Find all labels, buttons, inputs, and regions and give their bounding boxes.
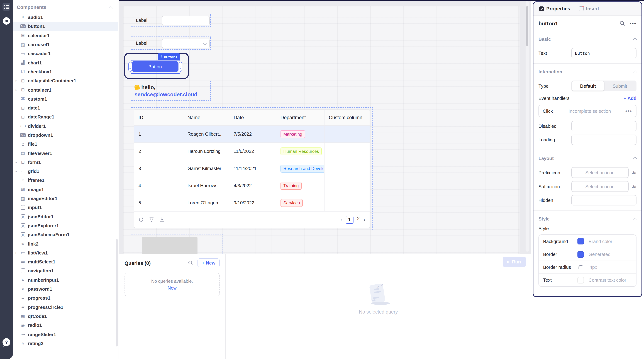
sidebar-item-link2[interactable]: ∞link2	[13, 239, 118, 248]
new-query-link[interactable]: New	[168, 285, 176, 290]
collapse-chevron-icon[interactable]	[109, 6, 113, 10]
suffix-icon-select-button[interactable]: Select an icon	[571, 181, 628, 192]
selected-component-outline[interactable]: ⠿ button1 Button	[124, 53, 189, 79]
sidebar-item-image1[interactable]: ▨image1	[13, 185, 118, 194]
table-column-header[interactable]: Custom column...	[324, 110, 370, 125]
input-component[interactable]: Label	[130, 14, 211, 27]
table-column-header[interactable]: Date	[229, 110, 276, 125]
sidebar-item-cascader1[interactable]: ≕cascader1	[13, 49, 118, 58]
style-row-background[interactable]: BackgroundBrand color	[539, 235, 636, 248]
refresh-icon[interactable]	[138, 217, 144, 222]
sidebar-item-progressCircle1[interactable]: ▰progressCircle1	[13, 303, 118, 312]
tab-insert[interactable]: Insert	[579, 2, 599, 16]
sidebar-item-listView1[interactable]: ▸≔listView1	[13, 248, 118, 257]
type-option-default[interactable]: Default	[572, 81, 604, 91]
tab-properties[interactable]: Properties	[539, 2, 570, 16]
sidebar-item-rating2[interactable]: ☆rating2	[13, 339, 118, 348]
js-toggle-icon[interactable]: Js	[632, 170, 636, 175]
sidebar-item-chart1[interactable]: ▟chart1	[13, 58, 118, 67]
table-column-header[interactable]: Name	[183, 110, 229, 125]
sidebar-item-container1[interactable]: ▸⊞container1	[13, 85, 118, 95]
sidebar-item-file1[interactable]: ↥file1	[13, 140, 118, 149]
disabled-input[interactable]	[571, 121, 636, 131]
more-menu-icon[interactable]: •••	[630, 21, 636, 26]
settings-hexagon-icon[interactable]	[3, 17, 10, 25]
table-row[interactable]: 5Loren O'Lagen9/10/2022Services	[134, 194, 370, 212]
table-column-header[interactable]: Department	[276, 110, 324, 125]
sidebar-item-audio1[interactable]: ıılıaudio1	[13, 13, 118, 22]
search-icon[interactable]	[188, 260, 193, 266]
sidebar-item-button1[interactable]: Btnbutton1	[13, 22, 118, 31]
type-option-submit[interactable]: Submit	[604, 81, 636, 91]
expand-caret-icon[interactable]: ▸	[15, 170, 18, 173]
placeholder-component[interactable]	[130, 234, 223, 254]
section-collapse-icon[interactable]	[633, 38, 637, 42]
select-component-field[interactable]	[162, 39, 210, 48]
sidebar-item-custom1[interactable]: ⌘custom1	[13, 94, 118, 103]
run-button[interactable]: Run	[502, 257, 526, 267]
add-event-handler-button[interactable]: + Add	[624, 96, 636, 101]
sidebar-item-calendar1[interactable]: ⊟calendar1	[13, 31, 118, 40]
sidebar-item-qrCode1[interactable]: ▩qrCode1	[13, 312, 118, 321]
filter-icon[interactable]	[149, 217, 154, 222]
sidebar-item-input1[interactable]: Tinput1	[13, 203, 118, 212]
sidebar-item-jsonEditor1[interactable]: {}jsonEditor1	[13, 212, 118, 221]
js-toggle-icon[interactable]: Js	[632, 184, 636, 189]
canvas-button[interactable]: Button	[132, 61, 178, 72]
expand-caret-icon[interactable]: ▸	[15, 161, 18, 164]
sidebar-item-jsonSchemaForm1[interactable]: {}jsonSchemaForm1	[13, 230, 118, 239]
sidebar-item-rangeSlider1[interactable]: ⊶rangeSlider1	[13, 330, 118, 339]
help-icon[interactable]: ?	[2, 338, 10, 346]
sidebar-item-imageEditor1[interactable]: ▨imageEditor1	[13, 194, 118, 203]
style-row-border[interactable]: BorderGenerated	[539, 248, 636, 261]
download-icon[interactable]	[159, 217, 164, 222]
search-icon[interactable]	[619, 21, 625, 26]
sidebar-item-progress1[interactable]: ▰progress1	[13, 293, 118, 303]
hidden-input[interactable]	[571, 195, 636, 205]
section-collapse-icon[interactable]	[633, 70, 637, 75]
expand-caret-icon[interactable]: ▸	[15, 251, 18, 254]
page-number-1[interactable]: 1	[346, 216, 353, 223]
component-tree-toggle-icon[interactable]	[2, 3, 10, 11]
section-collapse-icon[interactable]	[633, 157, 637, 161]
event-menu-icon[interactable]: •••	[626, 108, 632, 114]
event-handler-row[interactable]: Click Incomplete selection •••	[538, 105, 636, 117]
table-row[interactable]: 2Haroun Lortzing11/6/2022Human Resources	[134, 143, 370, 160]
expand-caret-icon[interactable]: ▸	[15, 79, 18, 82]
sidebar-item-form1[interactable]: ▸⊡form1	[13, 158, 118, 167]
input-component-field[interactable]	[162, 16, 210, 26]
text-component[interactable]: hello, service@lowcoder.cloud	[130, 81, 211, 101]
sidebar-item-grid1[interactable]: ▸≔grid1	[13, 167, 118, 176]
sidebar-item-jsonExplorer1[interactable]: {}jsonExplorer1	[13, 221, 118, 230]
sidebar-item-password1[interactable]: ℘password1	[13, 284, 118, 294]
select-component[interactable]: Label	[130, 37, 211, 50]
canvas-scrollbar-thumb[interactable]	[526, 6, 528, 46]
resize-handle-right[interactable]	[178, 62, 182, 72]
sidebar-item-dateRange1[interactable]: ⊟dateRange1	[13, 113, 118, 122]
table-component[interactable]: IDNameDateDepartmentCustom column... 1Re…	[130, 107, 373, 230]
sidebar-item-checkbox1[interactable]: ☑checkbox1	[13, 67, 118, 76]
component-name-tag[interactable]: ⠿ button1	[158, 53, 180, 60]
page-next-icon[interactable]: ›	[363, 217, 365, 222]
sidebar-item-dropdown1[interactable]: Btndropdown1	[13, 131, 118, 140]
style-row-border-radius[interactable]: Border radius4px	[539, 261, 636, 273]
sidebar-scrollbar[interactable]	[116, 239, 118, 346]
greeting-email-link[interactable]: service@lowcoder.cloud	[134, 91, 207, 98]
sidebar-item-collapsibleContainer1[interactable]: ▸⊞collapsibleContainer1	[13, 76, 118, 85]
table-row[interactable]: 4Israel Harrows...4/3/2022Training	[134, 177, 370, 194]
sidebar-item-date1[interactable]: ⊟date1	[13, 103, 118, 113]
color-swatch[interactable]	[578, 277, 584, 283]
color-swatch[interactable]	[578, 238, 584, 244]
section-collapse-icon[interactable]	[633, 217, 637, 222]
button-text-input[interactable]	[571, 48, 636, 58]
sidebar-item-iframe1[interactable]: ‹/›iframe1	[13, 176, 118, 185]
loading-input[interactable]	[571, 135, 636, 145]
new-query-button[interactable]: + New	[198, 258, 220, 267]
style-row-text[interactable]: TextContrast text color	[539, 273, 636, 286]
sidebar-item-divider1[interactable]: ⟷divider1	[13, 122, 118, 131]
table-column-header[interactable]: ID	[134, 110, 183, 125]
sidebar-item-multiSelect1[interactable]: ≕multiSelect1	[13, 257, 118, 266]
table-row[interactable]: 3Garret Kilmaster11/14/2021Research and …	[134, 160, 370, 177]
prefix-icon-select-button[interactable]: Select an icon	[571, 167, 628, 178]
page-number-2[interactable]: 2	[356, 216, 360, 223]
